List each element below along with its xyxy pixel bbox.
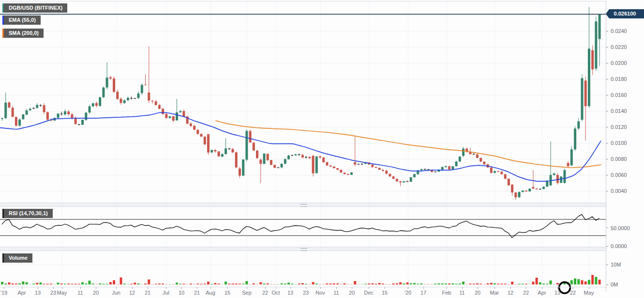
sma-label: SMA (200,0)	[6, 30, 39, 36]
date-tick-label: '20	[404, 289, 411, 296]
rsi-tick-label: 0.0000	[611, 243, 627, 250]
date-tick-label: Jul	[163, 289, 169, 296]
rsi-tick-label: 50.0000	[611, 225, 630, 232]
volume-color-bar-icon	[2, 253, 4, 263]
volume-tick-label: 0M	[611, 281, 618, 288]
symbol-legend[interactable]: DGB/USD (BITFINEX)	[2, 3, 67, 13]
date-tick-label: Apr	[538, 289, 546, 296]
date-tick-label: 11	[459, 289, 464, 296]
rsi-label: RSI (14,70,30,1)	[6, 210, 48, 216]
date-tick-label: Nov	[315, 289, 325, 296]
date-tick-label: 22	[262, 289, 268, 296]
date-tick-label: 11	[77, 289, 83, 296]
chart-canvas[interactable]	[0, 0, 644, 298]
date-tick-label: 13	[554, 289, 560, 296]
date-tick-label: May	[57, 289, 67, 296]
rsi-legend[interactable]: RSI (14,70,30,1)	[2, 209, 53, 218]
volume-tick-label: 10M	[611, 261, 621, 268]
rsi-line	[2, 215, 599, 238]
date-tick-label: 11	[333, 289, 339, 296]
date-tick-label: Jun	[112, 289, 120, 296]
price-tick-label: 0.0060	[611, 172, 627, 178]
price-tick-label: 0.0080	[611, 156, 627, 162]
date-tick-label: Sep	[242, 289, 252, 296]
volume-label: Volume	[6, 255, 28, 261]
ema-label: EMA (55,0)	[6, 17, 36, 23]
sma-color-bar-icon	[2, 29, 4, 38]
date-tick-label: Apr	[17, 289, 26, 296]
volume-legend[interactable]: Volume	[2, 253, 32, 263]
date-tick-label: 23	[50, 289, 56, 296]
date-tick-label: 10	[179, 289, 184, 296]
date-tick-label: May	[584, 289, 594, 296]
gridlines	[0, 1, 606, 287]
ema-legend[interactable]: EMA (55,0)	[2, 16, 41, 25]
last-price-tag: 0.026100	[606, 9, 644, 18]
date-tick-label: Mar	[490, 289, 499, 296]
date-tick-label: 13	[35, 289, 41, 296]
volume-bars-layer	[1, 275, 601, 284]
date-tick-label: 13	[287, 289, 293, 296]
ema-color-bar-icon	[2, 16, 4, 25]
date-tick-label: Dec	[364, 289, 374, 296]
symbol-label: DGB/USD (BITFINEX)	[6, 5, 62, 11]
drag-grip-icon[interactable]	[300, 204, 307, 207]
price-tick-label: 0.0200	[611, 60, 627, 66]
date-tick-label: 15	[382, 289, 388, 296]
date-tick-label: 22	[523, 289, 529, 296]
date-tick-label: 12	[508, 289, 513, 296]
date-tick-label: 17	[420, 289, 426, 296]
price-tick-label: 0.0140	[611, 108, 627, 114]
panel-border-bottom	[0, 287, 606, 287]
candles-layer	[1, 7, 601, 200]
date-tick-label: 21	[194, 289, 200, 296]
price-tick-label: 0.0160	[611, 92, 627, 98]
panel-separator-rsi-volume[interactable]	[0, 247, 606, 251]
date-tick-label: Oct	[271, 289, 280, 296]
price-tick-label: 0.0040	[611, 188, 627, 194]
date-tick-label: 21	[145, 289, 150, 296]
price-tick-label: 0.0120	[611, 124, 627, 130]
price-tick-label: 0.0180	[611, 76, 627, 82]
date-tick-label: Aug	[206, 289, 215, 296]
date-tick-label: 23	[303, 289, 309, 296]
panel-separator-main-rsi[interactable]	[0, 203, 606, 207]
drag-grip-icon[interactable]	[300, 248, 307, 251]
date-tick-label: 20	[475, 289, 480, 296]
price-axis-border	[606, 1, 606, 292]
price-tick-label: 0.0220	[611, 44, 627, 50]
date-tick-label: '19	[0, 289, 7, 296]
price-tick-label: 0.0240	[611, 28, 627, 34]
rsi-layer	[0, 215, 606, 238]
date-tick-label: 12	[129, 289, 135, 296]
date-tick-label: 22	[570, 289, 576, 296]
date-tick-label: 20	[93, 289, 99, 296]
date-tick-label: 20	[349, 289, 355, 296]
rsi-color-bar-icon	[2, 209, 4, 218]
date-tick-label: 15	[225, 289, 230, 296]
symbol-color-bar-icon	[2, 3, 4, 13]
ema55-line	[0, 112, 601, 181]
sma-legend[interactable]: SMA (200,0)	[2, 29, 44, 38]
panel-border-top	[0, 1, 606, 1]
price-tick-label: 0.0100	[611, 140, 627, 146]
date-tick-label: Feb	[442, 289, 451, 296]
trading-chart: DGB/USD (BITFINEX) EMA (55,0) SMA (200,0…	[0, 0, 644, 298]
